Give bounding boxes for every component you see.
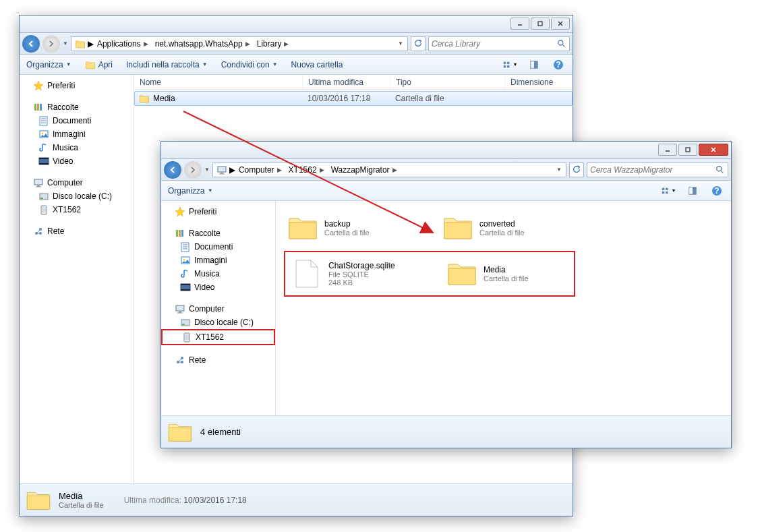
folder-converted[interactable]: convertedCartella di file [439,209,567,247]
sidebar-computer[interactable]: Computer [20,176,134,189]
preview-pane-button[interactable] [682,184,703,198]
toolbar: Organizza▼ Apri Includi nella raccolta▼ … [20,55,573,75]
nav-bar: ▼ ▶ Applications▶ net.whatsapp.WhatsApp▶… [20,33,573,55]
search-input[interactable] [590,165,715,175]
open-button[interactable]: Apri [82,58,115,71]
view-options[interactable]: ▼ [658,184,678,198]
sidebar-libraries[interactable]: Raccolte [161,227,275,240]
sidebar-favorites[interactable]: Preferiti [20,79,134,92]
preview-pane-button[interactable] [524,58,544,71]
sidebar-documents[interactable]: Documenti [161,240,275,254]
address-dropdown[interactable]: ▼ [395,40,406,47]
history-dropdown[interactable]: ▼ [63,40,68,47]
search-icon [715,165,725,175]
explorer-window-2: ▼ ▶ Computer▶ XT1562▶ WazzapMigrator▶ ▼ … [160,141,732,448]
image-icon [38,129,49,140]
col-type[interactable]: Tipo [390,75,505,89]
breadcrumb[interactable]: Computer▶ [235,164,285,176]
breadcrumb[interactable]: net.whatsapp.WhatsApp▶ [152,38,254,50]
breadcrumb[interactable]: Library▶ [254,38,293,50]
organize-menu[interactable]: Organizza▼ [165,185,216,197]
disk-icon [180,317,191,328]
forward-button[interactable] [42,35,60,53]
disk-icon [38,191,49,202]
close-button[interactable] [551,18,570,30]
addressbar[interactable]: ▶ Computer▶ XT1562▶ WazzapMigrator▶ ▼ [212,162,566,177]
include-menu[interactable]: Includi nella raccolta▼ [123,59,210,71]
back-button[interactable] [164,161,181,179]
organize-menu[interactable]: Organizza▼ [24,59,74,71]
new-folder-button[interactable]: Nuova cartella [289,59,346,71]
back-button[interactable] [22,35,40,53]
music-icon [38,142,49,153]
chevron-right-icon: ▶ [284,40,289,47]
column-headers: Nome Ultima modifica Tipo Dimensione [134,75,573,90]
refresh-button[interactable] [411,36,426,51]
status-count: 4 elementi [200,427,241,437]
forward-button[interactable] [184,161,202,179]
share-menu[interactable]: Condividi con▼ [218,59,281,71]
chevron-right-icon[interactable]: ▶ [88,39,94,49]
help-button[interactable] [548,58,568,71]
sidebar-music[interactable]: Musica [161,267,275,280]
sidebar-device-xt1562[interactable]: XT1562 [161,329,275,345]
library-icon [33,102,44,113]
col-name[interactable]: Nome [134,75,303,89]
sidebar-network[interactable]: Rete [20,225,134,238]
sidebar-pictures[interactable]: Immagini [20,127,134,141]
search-box[interactable] [428,36,570,51]
sidebar-videos[interactable]: Video [20,154,134,168]
view-options[interactable]: ▼ [500,58,520,71]
breadcrumb[interactable]: Applications▶ [94,38,152,50]
file-item-media[interactable]: Media 10/03/2016 17:18 Cartella di file [134,91,573,106]
folder-icon [25,487,52,514]
svg-rect-40 [686,148,690,152]
folder-icon [167,419,194,446]
maximize-button[interactable] [678,144,697,156]
sidebar-network[interactable]: Rete [161,353,275,367]
sidebar-local-disk[interactable]: Disco locale (C:) [161,316,275,329]
maximize-button[interactable] [531,18,550,30]
star-icon [175,206,185,217]
history-dropdown[interactable]: ▼ [204,167,210,173]
search-box[interactable] [587,162,728,177]
help-button[interactable] [707,184,727,198]
network-icon [175,355,185,365]
annotation-highlight: ChatStorage.sqliteFile SQLITE248 KB Medi… [284,251,575,297]
sidebar-libraries[interactable]: Raccolte [20,100,134,114]
chevron-right-icon: ▶ [144,40,148,47]
minimize-button[interactable] [658,144,677,156]
sidebar-device-xt1562[interactable]: XT1562 [20,203,134,216]
col-modified[interactable]: Ultima modifica [303,75,390,89]
breadcrumb[interactable]: XT1562▶ [285,164,328,176]
sidebar-pictures[interactable]: Immagini [161,254,275,267]
computer-icon [216,165,227,175]
details-pane: 4 elementi [161,415,731,448]
sidebar-favorites[interactable]: Preferiti [161,205,275,218]
video-icon [38,156,49,167]
col-size[interactable]: Dimensione [505,75,573,89]
nav-bar: ▼ ▶ Computer▶ XT1562▶ WazzapMigrator▶ ▼ [161,159,731,181]
phone-icon [181,332,192,343]
close-button[interactable] [699,144,728,156]
addressbar[interactable]: ▶ Applications▶ net.whatsapp.WhatsApp▶ L… [71,36,408,51]
sidebar-computer[interactable]: Computer [161,302,275,316]
sidebar-local-disk[interactable]: Disco locale (C:) [20,189,134,203]
address-dropdown[interactable]: ▼ [554,167,564,173]
refresh-button[interactable] [569,162,584,177]
minimize-button[interactable] [510,18,529,30]
status-modified: Ultima modifica: 10/03/2016 17:18 [124,496,247,505]
sidebar-music[interactable]: Musica [20,141,134,154]
titlebar [20,16,573,33]
star-icon [33,80,44,91]
chevron-right-icon[interactable]: ▶ [229,165,235,175]
sidebar-documents[interactable]: Documenti [20,114,134,127]
breadcrumb[interactable]: WazzapMigrator▶ [328,164,401,176]
file-icon [291,258,323,290]
folder-icon [85,59,96,70]
search-input[interactable] [432,39,557,49]
folder-media[interactable]: MediaCartella di file [443,255,571,293]
sidebar-videos[interactable]: Video [161,280,275,294]
file-chatstorage[interactable]: ChatStorage.sqliteFile SQLITE248 KB [288,255,416,293]
folder-backup[interactable]: backupCartella di file [284,209,412,247]
